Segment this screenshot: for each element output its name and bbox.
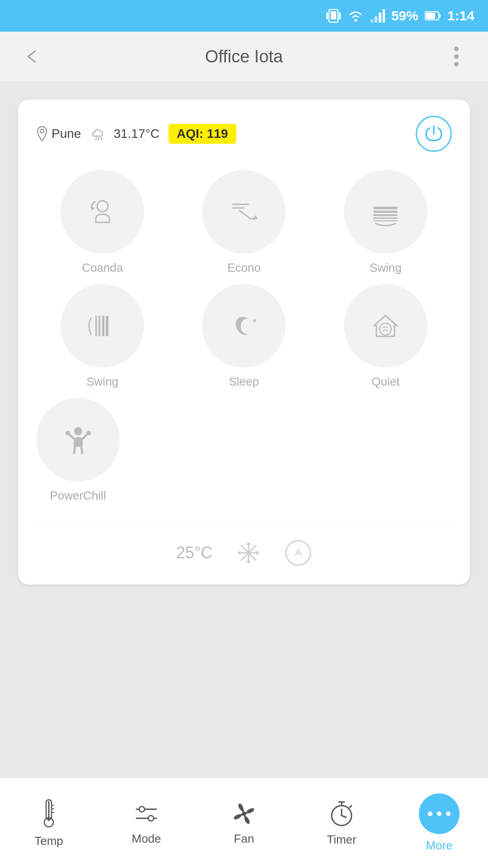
- page-title: Office Iota: [205, 47, 283, 66]
- coanda-label: Coanda: [82, 261, 123, 275]
- sleep-label: Sleep: [229, 375, 259, 389]
- svg-marker-33: [253, 318, 257, 322]
- svg-point-38: [66, 431, 70, 435]
- svg-point-65: [428, 811, 432, 816]
- wifi-icon: [347, 9, 364, 23]
- svg-rect-24: [373, 207, 398, 209]
- temperature-text: 31.17°C: [113, 127, 160, 141]
- svg-point-37: [74, 427, 82, 435]
- location-icon: [36, 126, 48, 142]
- aqi-badge: AQI: 119: [169, 124, 236, 144]
- nav-mode[interactable]: Mode: [98, 800, 195, 846]
- svg-line-16: [96, 137, 96, 140]
- feature-quiet[interactable]: Quiet: [319, 284, 452, 389]
- quiet-label: Quiet: [371, 375, 399, 389]
- svg-point-13: [454, 54, 459, 59]
- status-icons: 59% 1:14: [326, 8, 474, 24]
- feature-sleep[interactable]: Sleep: [178, 284, 310, 389]
- svg-rect-3: [339, 12, 341, 19]
- svg-point-57: [148, 816, 154, 821]
- battery-percent: 59%: [391, 8, 418, 24]
- nav-fan-label: Fan: [234, 832, 254, 846]
- svg-rect-31: [99, 316, 100, 336]
- weather-location: Pune: [36, 126, 81, 142]
- quiet-circle: [344, 284, 427, 368]
- econo-circle: [202, 170, 286, 254]
- auto-fan-icon: A: [285, 539, 312, 566]
- svg-marker-23: [253, 215, 258, 220]
- svg-rect-1: [331, 11, 336, 19]
- fan-icon: [230, 800, 258, 827]
- svg-rect-30: [102, 316, 104, 336]
- svg-line-40: [74, 447, 75, 453]
- nav-more-label: More: [426, 839, 452, 853]
- nav-timer[interactable]: Timer: [293, 799, 390, 847]
- svg-point-58: [242, 811, 246, 816]
- weather-cloud-icon: [90, 126, 110, 142]
- svg-rect-29: [106, 316, 108, 336]
- nav-timer-label: Timer: [327, 833, 356, 847]
- status-bar: 59% 1:14: [0, 0, 488, 32]
- svg-rect-11: [426, 13, 435, 19]
- swing-left-circle: [61, 284, 144, 368]
- svg-rect-27: [373, 217, 398, 219]
- more-dots-icon: [427, 809, 451, 818]
- sliders-icon: [133, 800, 160, 827]
- svg-point-34: [380, 323, 391, 335]
- svg-rect-25: [373, 211, 398, 213]
- card-bottom-status: 25°C A: [36, 525, 452, 566]
- svg-point-56: [139, 807, 145, 812]
- svg-point-14: [454, 62, 459, 66]
- svg-point-66: [437, 811, 441, 816]
- swing-top-label: Swing: [370, 261, 402, 275]
- svg-line-17: [99, 137, 99, 140]
- svg-rect-2: [326, 12, 328, 19]
- svg-rect-32: [95, 316, 97, 336]
- svg-line-41: [81, 447, 82, 453]
- back-button[interactable]: [18, 43, 45, 70]
- swing-top-circle: [344, 170, 427, 254]
- header: Office Iota: [0, 32, 488, 81]
- svg-point-39: [86, 431, 91, 435]
- svg-rect-5: [371, 19, 373, 23]
- nav-more[interactable]: More: [390, 793, 488, 853]
- nav-fan[interactable]: Fan: [195, 800, 293, 846]
- svg-point-4: [354, 19, 357, 22]
- swing-left-label: Swing: [86, 375, 118, 389]
- more-icon-circle: [419, 793, 460, 834]
- signal-icon: [371, 9, 385, 23]
- power-button[interactable]: [416, 116, 452, 152]
- main-card: Pune 31.17°C AQI: 119: [18, 99, 470, 585]
- svg-rect-28: [373, 220, 398, 222]
- econo-label: Econo: [227, 261, 261, 275]
- features-grid-row3: PowerChill: [36, 398, 452, 503]
- svg-point-12: [454, 47, 459, 51]
- svg-line-61: [342, 816, 346, 817]
- feature-swing-top[interactable]: Swing: [319, 170, 452, 275]
- clock: 1:14: [447, 8, 474, 24]
- sleep-circle: [202, 284, 286, 368]
- feature-econo[interactable]: Econo: [178, 170, 310, 275]
- nav-temp[interactable]: Temp: [0, 798, 98, 848]
- features-grid: Coanda Econo: [36, 170, 452, 275]
- svg-text:A: A: [295, 547, 302, 558]
- nav-temp-label: Temp: [34, 834, 63, 848]
- timer-icon: [328, 799, 355, 828]
- current-temp: 25°C: [176, 543, 212, 562]
- features-grid-row2: Swing Sleep: [36, 284, 452, 389]
- svg-line-18: [101, 137, 102, 140]
- svg-point-67: [446, 811, 450, 816]
- snowflake-icon: [235, 539, 262, 566]
- feature-powerchill[interactable]: PowerChill: [36, 398, 120, 503]
- bottom-nav: Temp Mode Fan Timer: [0, 778, 488, 868]
- svg-line-64: [350, 806, 352, 807]
- svg-rect-10: [439, 14, 441, 18]
- feature-swing-left[interactable]: Swing: [36, 284, 169, 389]
- weather-temp-display: 31.17°C: [90, 126, 160, 142]
- location-text: Pune: [52, 127, 81, 141]
- svg-point-19: [97, 201, 108, 212]
- vibrate-icon: [326, 8, 341, 24]
- feature-coanda[interactable]: Coanda: [36, 170, 169, 275]
- thermometer-icon: [38, 798, 59, 830]
- header-more-button[interactable]: [443, 43, 470, 70]
